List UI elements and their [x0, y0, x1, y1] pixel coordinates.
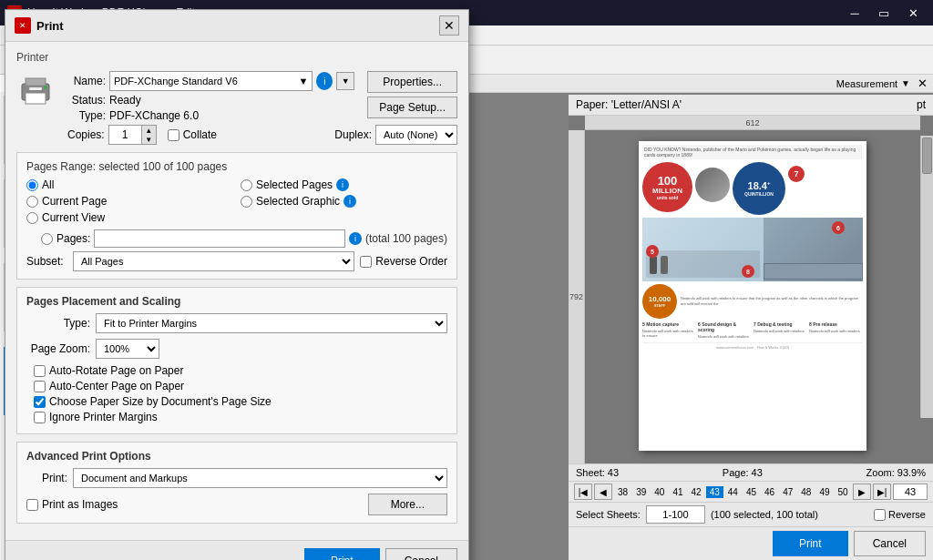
measurement-dropdown-icon[interactable]: ▼	[901, 78, 910, 88]
page-num-39[interactable]: 39	[632, 486, 650, 498]
type-field: Type: PDF-XChange 6.0	[60, 109, 354, 122]
page-num-42[interactable]: 42	[688, 486, 705, 498]
collate-check: Collate	[168, 128, 217, 141]
sheets-input[interactable]	[646, 505, 705, 524]
pages-range-section: Pages Range: selected 100 of 100 pages A…	[16, 152, 457, 280]
dialog-title: Print	[36, 19, 64, 33]
page-num-47[interactable]: 47	[779, 486, 796, 498]
pages-input-row: Pages: i (total 100 pages)	[26, 229, 447, 248]
scrollbar-thumb[interactable]	[922, 137, 932, 174]
doc-close-button[interactable]: ✕	[918, 76, 928, 90]
svg-rect-10	[29, 87, 42, 90]
spin-up[interactable]: ▲	[141, 126, 156, 135]
properties-button[interactable]: Properties...	[367, 71, 457, 93]
duplex-select[interactable]: Auto (None)	[375, 125, 457, 145]
print-images-check: Print as Images	[26, 498, 118, 511]
badge-8: 8	[742, 265, 754, 278]
page-num-40[interactable]: 40	[651, 486, 668, 498]
circle-100m: 100 MILLION units sold	[642, 162, 692, 212]
spin-down[interactable]: ▼	[141, 135, 156, 144]
select-sheets-label: Select Sheets:	[576, 509, 641, 520]
range-grid: All Selected Pages i Current Page Select…	[26, 178, 447, 224]
preview-print-button[interactable]: Print	[773, 531, 848, 556]
reverse-checkbox[interactable]	[874, 509, 886, 521]
page-num-45[interactable]: 45	[743, 486, 760, 498]
nav-last[interactable]: ▶|	[873, 484, 891, 500]
collate-checkbox[interactable]	[168, 129, 179, 141]
measurement-label: Measurement	[836, 78, 897, 89]
printer-details: Name: PDF-XChange Standard V6 ▼ i ▼ Stat…	[60, 71, 354, 125]
name-field: Name: PDF-XChange Standard V6 ▼ i ▼	[60, 71, 354, 91]
preview-cancel-button[interactable]: Cancel	[854, 531, 926, 556]
radio-current-page: Current Page	[26, 195, 233, 208]
selected-pages-info-icon[interactable]: i	[336, 178, 349, 191]
copies-input[interactable]	[109, 126, 141, 144]
nav-first[interactable]: |◀	[574, 484, 592, 500]
reverse-order-checkbox[interactable]	[360, 256, 372, 268]
auto-rotate-checkbox[interactable]	[34, 365, 46, 377]
copies-spinner: ▲ ▼	[108, 125, 157, 145]
duplex-label: Duplex:	[334, 128, 372, 141]
close-button[interactable]: ✕	[900, 3, 926, 23]
sheets-row: Select Sheets: (100 selected, 100 total)…	[569, 502, 933, 526]
nav-next[interactable]: ▶	[853, 484, 871, 500]
page-num-49[interactable]: 49	[815, 486, 833, 498]
svg-rect-8	[26, 78, 46, 86]
radio-selected-graphic: Selected Graphic i	[241, 195, 447, 208]
auto-center-row: Auto-Center Page on Paper	[26, 380, 447, 392]
nav-prev[interactable]: ◀	[594, 484, 612, 500]
auto-rotate-label: Auto-Rotate Page on Paper	[49, 364, 183, 377]
page-input[interactable]	[893, 484, 928, 500]
circles-row: 100 MILLION units sold 18.4+	[642, 162, 863, 215]
pages-info-icon[interactable]: i	[349, 232, 362, 245]
status-field: Status: Ready	[60, 94, 354, 107]
printer-info-button[interactable]: i	[316, 72, 333, 90]
printer-dropdown-button[interactable]: ▼	[336, 72, 354, 90]
page-label: Page: 43	[723, 467, 763, 478]
page-num-44[interactable]: 44	[724, 486, 742, 498]
radio-selected-pages-input[interactable]	[241, 179, 252, 191]
bottom-columns: 5 Motion capture Nintendo will work with…	[642, 321, 863, 339]
restore-button[interactable]: ▭	[871, 3, 897, 23]
adv-print-select[interactable]: Document and Markups	[73, 468, 447, 488]
sheet-label: Sheet: 43	[576, 467, 619, 478]
auto-center-checkbox[interactable]	[34, 381, 46, 392]
page-num-48[interactable]: 48	[797, 486, 815, 498]
radio-selected-graphic-input[interactable]	[241, 196, 252, 208]
ignore-margins-checkbox[interactable]	[34, 412, 46, 423]
pages-text-input[interactable]	[94, 229, 345, 248]
dialog-close-button[interactable]: ✕	[439, 15, 459, 36]
minimize-button[interactable]: ─	[842, 3, 867, 23]
subset-select[interactable]: All Pages	[73, 251, 354, 271]
page-num-43-active[interactable]: 43	[706, 486, 723, 498]
radio-current-page-input[interactable]	[26, 196, 38, 208]
page-num-41[interactable]: 41	[669, 486, 686, 498]
copies-label: Copies:	[67, 128, 105, 141]
subset-row: Subset: All Pages Reverse Order	[26, 251, 447, 271]
selected-graphic-info-icon[interactable]: i	[343, 195, 356, 208]
choose-paper-checkbox[interactable]	[34, 396, 46, 408]
cancel-button[interactable]: Cancel	[385, 548, 457, 560]
radio-selected-graphic-label: Selected Graphic	[256, 195, 340, 208]
adv-print-row: Print: Document and Markups	[26, 468, 447, 488]
zoom-select[interactable]: 100%	[96, 339, 159, 359]
page-num-50[interactable]: 50	[835, 486, 852, 498]
print-button[interactable]: Print	[304, 548, 380, 560]
preview-bottom-toolbar: Sheet: 43 Page: 43 Zoom: 93.9% |◀ ◀ 38 3…	[569, 463, 933, 560]
radio-current-page-label: Current Page	[42, 195, 107, 208]
radio-current-view-input[interactable]	[26, 212, 38, 224]
page-num-46[interactable]: 46	[761, 486, 778, 498]
more-button[interactable]: More...	[368, 494, 447, 515]
radio-pages-input[interactable]	[41, 233, 53, 245]
placement-type-select[interactable]: Fit to Printer Margins	[96, 313, 447, 333]
col-2: 6 Sound design & scoring Nintendo will w…	[698, 321, 752, 339]
preview-scrollbar[interactable]	[920, 136, 933, 418]
printer-icon-container	[16, 71, 55, 112]
print-images-checkbox[interactable]	[26, 499, 38, 511]
circle-mid-img	[695, 168, 730, 202]
page-num-38[interactable]: 38	[614, 486, 631, 498]
printer-name-dropdown[interactable]: PDF-XChange Standard V6 ▼	[109, 71, 313, 91]
page-setup-button[interactable]: Page Setup...	[367, 97, 457, 118]
preview-canvas: 612 792 DID YOU	[569, 116, 933, 463]
radio-all-input[interactable]	[26, 179, 38, 191]
